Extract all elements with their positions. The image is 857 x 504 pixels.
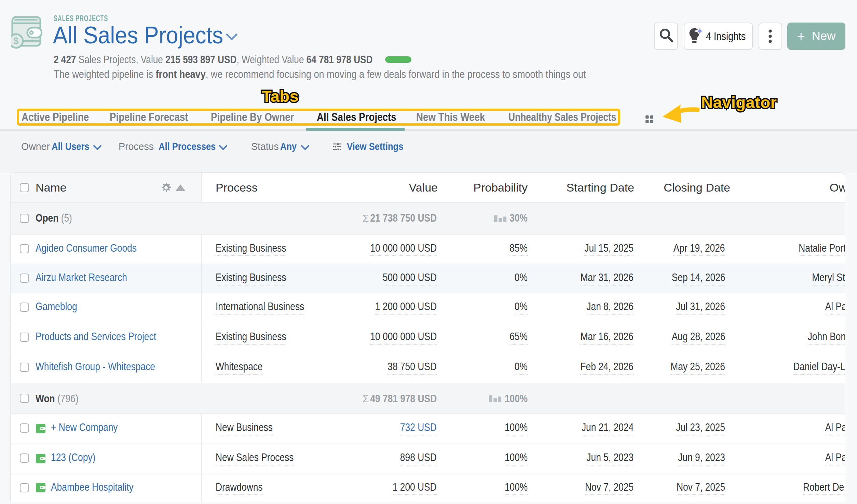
svg-text:$: $ [13,36,18,46]
